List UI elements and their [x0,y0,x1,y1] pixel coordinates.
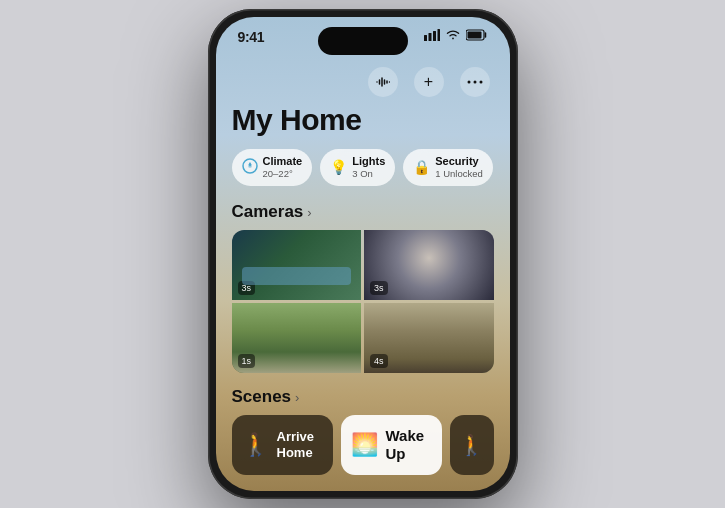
svg-rect-3 [437,29,440,41]
cameras-chevron: › [307,205,311,220]
wake-up-label: Wake Up [386,427,432,463]
camera-cell-2[interactable]: 3s [364,230,494,300]
scenes-chevron: › [295,390,299,405]
wifi-icon [445,29,461,41]
svg-rect-5 [467,32,481,39]
lights-label: Lights [352,155,385,168]
cam1-overlay: 3s [232,230,362,300]
security-sub: 1 Unlocked [435,168,483,179]
wake-up-card[interactable]: 🌅 Wake Up [341,415,442,475]
cam1-badge: 3s [238,281,256,295]
camera-grid: 3s 3s 1s 4s [232,230,494,373]
lights-pill[interactable]: 💡 Lights 3 On [320,149,395,186]
cam4-overlay: 4s [364,303,494,373]
scenes-section-header[interactable]: Scenes › [232,387,494,407]
climate-content: Climate 20–22° [263,155,303,180]
climate-icon [242,158,258,177]
svg-point-12 [467,81,470,84]
page-title: My Home [232,103,494,137]
svg-rect-1 [428,33,431,41]
more-icon [467,80,483,84]
add-icon: + [424,74,433,90]
svg-point-13 [473,81,476,84]
climate-sub: 20–22° [263,168,303,179]
voice-icon [376,75,390,89]
camera-cell-3[interactable]: 1s [232,303,362,373]
cam4-badge: 4s [370,354,388,368]
camera-cell-1[interactable]: 3s [232,230,362,300]
scene-row: 🚶 ArriveHome 🌅 Wake Up 🚶 [232,415,494,475]
security-label: Security [435,155,483,168]
security-pill[interactable]: 🔒 Security 1 Unlocked [403,149,493,186]
arrive-home-icon: 🚶 [242,432,269,458]
status-time: 9:41 [238,29,265,45]
climate-label: Climate [263,155,303,168]
climate-pill[interactable]: Climate 20–22° [232,149,313,186]
scene-partial-card[interactable]: 🚶 [450,415,494,475]
signal-icon [424,29,440,41]
wake-up-icon: 🌅 [351,432,378,458]
svg-rect-2 [433,31,436,41]
cam2-badge: 3s [370,281,388,295]
cam3-overlay: 1s [232,303,362,373]
voice-button[interactable] [368,67,398,97]
dynamic-island [318,27,408,55]
svg-point-14 [479,81,482,84]
lights-sub: 3 On [352,168,385,179]
cam2-overlay: 3s [364,230,494,300]
phone-frame: 9:41 [208,9,518,499]
security-icon: 🔒 [413,159,430,175]
cameras-section-header[interactable]: Cameras › [232,202,494,222]
more-button[interactable] [460,67,490,97]
status-icons [424,29,488,41]
scenes-title: Scenes [232,387,292,407]
cameras-title: Cameras [232,202,304,222]
lights-icon: 💡 [330,159,347,175]
arrive-home-label: ArriveHome [277,429,315,460]
lights-content: Lights 3 On [352,155,385,180]
top-actions: + [232,67,494,97]
add-button[interactable]: + [414,67,444,97]
arrive-home-card[interactable]: 🚶 ArriveHome [232,415,333,475]
battery-icon [466,29,488,41]
scene-partial-icon: 🚶 [459,433,484,457]
security-content: Security 1 Unlocked [435,155,483,180]
camera-cell-4[interactable]: 4s [364,303,494,373]
svg-rect-0 [424,35,427,41]
category-row: Climate 20–22° 💡 Lights 3 On 🔒 Security [232,149,494,186]
main-content: + My Home [216,67,510,491]
cam3-badge: 1s [238,354,256,368]
svg-point-16 [248,164,252,168]
phone-screen: 9:41 [216,17,510,491]
